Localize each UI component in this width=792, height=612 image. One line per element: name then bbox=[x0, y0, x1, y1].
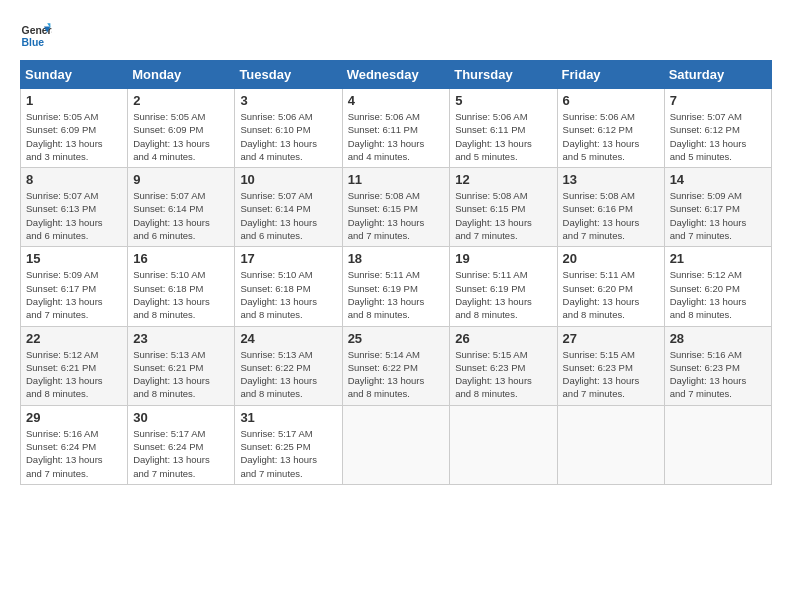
day-number: 18 bbox=[348, 251, 445, 266]
day-info: Sunrise: 5:07 AMSunset: 6:12 PMDaylight:… bbox=[670, 110, 766, 163]
calendar-cell: 18Sunrise: 5:11 AMSunset: 6:19 PMDayligh… bbox=[342, 247, 450, 326]
day-number: 8 bbox=[26, 172, 122, 187]
day-info: Sunrise: 5:17 AMSunset: 6:25 PMDaylight:… bbox=[240, 427, 336, 480]
day-number: 4 bbox=[348, 93, 445, 108]
calendar-cell: 26Sunrise: 5:15 AMSunset: 6:23 PMDayligh… bbox=[450, 326, 557, 405]
day-number: 26 bbox=[455, 331, 551, 346]
day-info: Sunrise: 5:07 AMSunset: 6:14 PMDaylight:… bbox=[133, 189, 229, 242]
day-info: Sunrise: 5:05 AMSunset: 6:09 PMDaylight:… bbox=[133, 110, 229, 163]
day-number: 21 bbox=[670, 251, 766, 266]
day-info: Sunrise: 5:09 AMSunset: 6:17 PMDaylight:… bbox=[670, 189, 766, 242]
calendar-cell: 10Sunrise: 5:07 AMSunset: 6:14 PMDayligh… bbox=[235, 168, 342, 247]
header-friday: Friday bbox=[557, 61, 664, 89]
calendar-cell: 6Sunrise: 5:06 AMSunset: 6:12 PMDaylight… bbox=[557, 89, 664, 168]
calendar-cell: 21Sunrise: 5:12 AMSunset: 6:20 PMDayligh… bbox=[664, 247, 771, 326]
day-number: 3 bbox=[240, 93, 336, 108]
header-sunday: Sunday bbox=[21, 61, 128, 89]
calendar-cell: 30Sunrise: 5:17 AMSunset: 6:24 PMDayligh… bbox=[128, 405, 235, 484]
calendar-cell bbox=[664, 405, 771, 484]
calendar-cell: 8Sunrise: 5:07 AMSunset: 6:13 PMDaylight… bbox=[21, 168, 128, 247]
day-info: Sunrise: 5:05 AMSunset: 6:09 PMDaylight:… bbox=[26, 110, 122, 163]
day-number: 11 bbox=[348, 172, 445, 187]
calendar-week-1: 1Sunrise: 5:05 AMSunset: 6:09 PMDaylight… bbox=[21, 89, 772, 168]
day-info: Sunrise: 5:06 AMSunset: 6:10 PMDaylight:… bbox=[240, 110, 336, 163]
day-number: 13 bbox=[563, 172, 659, 187]
day-info: Sunrise: 5:08 AMSunset: 6:15 PMDaylight:… bbox=[348, 189, 445, 242]
calendar-header-row: SundayMondayTuesdayWednesdayThursdayFrid… bbox=[21, 61, 772, 89]
calendar-cell: 23Sunrise: 5:13 AMSunset: 6:21 PMDayligh… bbox=[128, 326, 235, 405]
header-wednesday: Wednesday bbox=[342, 61, 450, 89]
day-number: 2 bbox=[133, 93, 229, 108]
calendar-cell: 20Sunrise: 5:11 AMSunset: 6:20 PMDayligh… bbox=[557, 247, 664, 326]
calendar-cell: 15Sunrise: 5:09 AMSunset: 6:17 PMDayligh… bbox=[21, 247, 128, 326]
day-info: Sunrise: 5:07 AMSunset: 6:14 PMDaylight:… bbox=[240, 189, 336, 242]
day-number: 22 bbox=[26, 331, 122, 346]
calendar-cell: 7Sunrise: 5:07 AMSunset: 6:12 PMDaylight… bbox=[664, 89, 771, 168]
day-info: Sunrise: 5:14 AMSunset: 6:22 PMDaylight:… bbox=[348, 348, 445, 401]
day-info: Sunrise: 5:08 AMSunset: 6:16 PMDaylight:… bbox=[563, 189, 659, 242]
calendar-cell bbox=[557, 405, 664, 484]
day-number: 30 bbox=[133, 410, 229, 425]
day-info: Sunrise: 5:11 AMSunset: 6:20 PMDaylight:… bbox=[563, 268, 659, 321]
logo: General Blue bbox=[20, 20, 56, 52]
day-number: 25 bbox=[348, 331, 445, 346]
day-info: Sunrise: 5:11 AMSunset: 6:19 PMDaylight:… bbox=[455, 268, 551, 321]
calendar-cell: 17Sunrise: 5:10 AMSunset: 6:18 PMDayligh… bbox=[235, 247, 342, 326]
calendar-cell: 14Sunrise: 5:09 AMSunset: 6:17 PMDayligh… bbox=[664, 168, 771, 247]
day-info: Sunrise: 5:17 AMSunset: 6:24 PMDaylight:… bbox=[133, 427, 229, 480]
day-number: 16 bbox=[133, 251, 229, 266]
day-info: Sunrise: 5:06 AMSunset: 6:11 PMDaylight:… bbox=[455, 110, 551, 163]
calendar-cell: 31Sunrise: 5:17 AMSunset: 6:25 PMDayligh… bbox=[235, 405, 342, 484]
calendar-cell: 29Sunrise: 5:16 AMSunset: 6:24 PMDayligh… bbox=[21, 405, 128, 484]
calendar-cell: 19Sunrise: 5:11 AMSunset: 6:19 PMDayligh… bbox=[450, 247, 557, 326]
day-number: 28 bbox=[670, 331, 766, 346]
page-header: General Blue bbox=[20, 20, 772, 52]
calendar-week-4: 22Sunrise: 5:12 AMSunset: 6:21 PMDayligh… bbox=[21, 326, 772, 405]
day-number: 10 bbox=[240, 172, 336, 187]
day-number: 12 bbox=[455, 172, 551, 187]
calendar-cell: 4Sunrise: 5:06 AMSunset: 6:11 PMDaylight… bbox=[342, 89, 450, 168]
day-number: 5 bbox=[455, 93, 551, 108]
day-info: Sunrise: 5:06 AMSunset: 6:11 PMDaylight:… bbox=[348, 110, 445, 163]
day-info: Sunrise: 5:16 AMSunset: 6:23 PMDaylight:… bbox=[670, 348, 766, 401]
day-info: Sunrise: 5:13 AMSunset: 6:21 PMDaylight:… bbox=[133, 348, 229, 401]
calendar-cell bbox=[450, 405, 557, 484]
day-info: Sunrise: 5:08 AMSunset: 6:15 PMDaylight:… bbox=[455, 189, 551, 242]
calendar-cell: 3Sunrise: 5:06 AMSunset: 6:10 PMDaylight… bbox=[235, 89, 342, 168]
calendar-cell: 24Sunrise: 5:13 AMSunset: 6:22 PMDayligh… bbox=[235, 326, 342, 405]
header-monday: Monday bbox=[128, 61, 235, 89]
day-number: 24 bbox=[240, 331, 336, 346]
header-tuesday: Tuesday bbox=[235, 61, 342, 89]
calendar-table: SundayMondayTuesdayWednesdayThursdayFrid… bbox=[20, 60, 772, 485]
day-info: Sunrise: 5:09 AMSunset: 6:17 PMDaylight:… bbox=[26, 268, 122, 321]
calendar-cell: 9Sunrise: 5:07 AMSunset: 6:14 PMDaylight… bbox=[128, 168, 235, 247]
day-number: 15 bbox=[26, 251, 122, 266]
day-info: Sunrise: 5:11 AMSunset: 6:19 PMDaylight:… bbox=[348, 268, 445, 321]
calendar-cell: 5Sunrise: 5:06 AMSunset: 6:11 PMDaylight… bbox=[450, 89, 557, 168]
day-info: Sunrise: 5:10 AMSunset: 6:18 PMDaylight:… bbox=[240, 268, 336, 321]
calendar-cell: 27Sunrise: 5:15 AMSunset: 6:23 PMDayligh… bbox=[557, 326, 664, 405]
calendar-cell: 28Sunrise: 5:16 AMSunset: 6:23 PMDayligh… bbox=[664, 326, 771, 405]
header-saturday: Saturday bbox=[664, 61, 771, 89]
header-thursday: Thursday bbox=[450, 61, 557, 89]
day-number: 23 bbox=[133, 331, 229, 346]
day-number: 7 bbox=[670, 93, 766, 108]
day-number: 29 bbox=[26, 410, 122, 425]
day-info: Sunrise: 5:10 AMSunset: 6:18 PMDaylight:… bbox=[133, 268, 229, 321]
day-info: Sunrise: 5:12 AMSunset: 6:21 PMDaylight:… bbox=[26, 348, 122, 401]
day-number: 27 bbox=[563, 331, 659, 346]
calendar-cell: 22Sunrise: 5:12 AMSunset: 6:21 PMDayligh… bbox=[21, 326, 128, 405]
day-info: Sunrise: 5:07 AMSunset: 6:13 PMDaylight:… bbox=[26, 189, 122, 242]
logo-icon: General Blue bbox=[20, 20, 52, 52]
calendar-cell: 12Sunrise: 5:08 AMSunset: 6:15 PMDayligh… bbox=[450, 168, 557, 247]
day-number: 19 bbox=[455, 251, 551, 266]
day-number: 31 bbox=[240, 410, 336, 425]
day-number: 9 bbox=[133, 172, 229, 187]
svg-text:Blue: Blue bbox=[22, 37, 45, 48]
calendar-cell bbox=[342, 405, 450, 484]
calendar-cell: 1Sunrise: 5:05 AMSunset: 6:09 PMDaylight… bbox=[21, 89, 128, 168]
calendar-cell: 25Sunrise: 5:14 AMSunset: 6:22 PMDayligh… bbox=[342, 326, 450, 405]
calendar-cell: 2Sunrise: 5:05 AMSunset: 6:09 PMDaylight… bbox=[128, 89, 235, 168]
day-info: Sunrise: 5:16 AMSunset: 6:24 PMDaylight:… bbox=[26, 427, 122, 480]
day-number: 6 bbox=[563, 93, 659, 108]
